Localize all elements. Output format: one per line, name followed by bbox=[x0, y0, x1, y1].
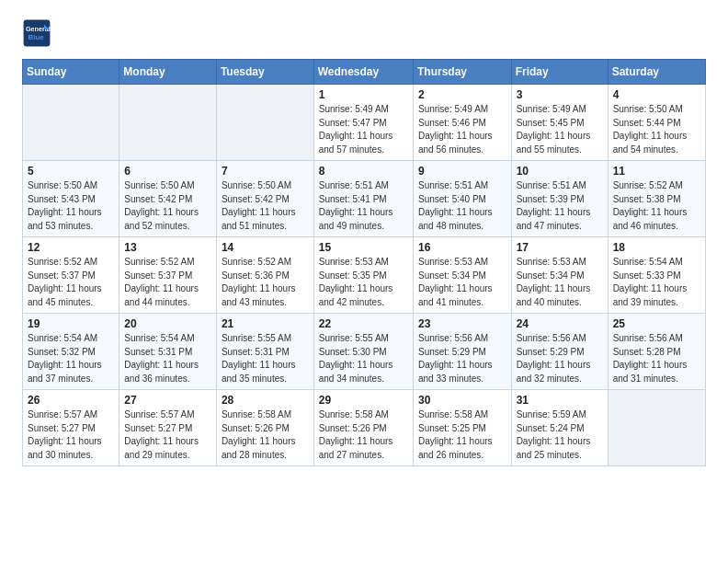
svg-text:General: General bbox=[26, 25, 51, 33]
day-info: Sunrise: 5:51 AM Sunset: 5:40 PM Dayligh… bbox=[418, 179, 506, 233]
day-info: Sunrise: 5:54 AM Sunset: 5:33 PM Dayligh… bbox=[613, 256, 700, 309]
calendar-cell: 21Sunrise: 5:55 AM Sunset: 5:31 PM Dayli… bbox=[216, 314, 313, 390]
day-info: Sunrise: 5:52 AM Sunset: 5:36 PM Dayligh… bbox=[222, 256, 309, 309]
day-info: Sunrise: 5:52 AM Sunset: 5:38 PM Dayligh… bbox=[613, 179, 700, 233]
day-info: Sunrise: 5:59 AM Sunset: 5:24 PM Dayligh… bbox=[517, 408, 603, 462]
day-info: Sunrise: 5:56 AM Sunset: 5:29 PM Dayligh… bbox=[418, 332, 506, 385]
day-info: Sunrise: 5:57 AM Sunset: 5:27 PM Dayligh… bbox=[124, 408, 211, 462]
calendar-cell: 12Sunrise: 5:52 AM Sunset: 5:37 PM Dayli… bbox=[23, 237, 119, 314]
calendar-cell: 31Sunrise: 5:59 AM Sunset: 5:24 PM Dayli… bbox=[511, 390, 608, 466]
weekday-monday: Monday bbox=[119, 60, 217, 85]
day-number: 17 bbox=[517, 241, 603, 254]
calendar-cell: 8Sunrise: 5:51 AM Sunset: 5:41 PM Daylig… bbox=[313, 161, 413, 237]
calendar-cell: 11Sunrise: 5:52 AM Sunset: 5:38 PM Dayli… bbox=[608, 161, 705, 237]
day-number: 23 bbox=[418, 317, 506, 330]
day-number: 12 bbox=[28, 241, 114, 254]
day-info: Sunrise: 5:52 AM Sunset: 5:37 PM Dayligh… bbox=[124, 256, 211, 309]
header: General Blue bbox=[22, 18, 706, 48]
day-number: 8 bbox=[319, 165, 408, 178]
calendar-cell: 16Sunrise: 5:53 AM Sunset: 5:34 PM Dayli… bbox=[413, 237, 511, 314]
day-info: Sunrise: 5:58 AM Sunset: 5:26 PM Dayligh… bbox=[319, 408, 408, 462]
svg-text:Blue: Blue bbox=[28, 33, 44, 41]
calendar-cell: 7Sunrise: 5:50 AM Sunset: 5:42 PM Daylig… bbox=[216, 161, 313, 237]
calendar-cell: 28Sunrise: 5:58 AM Sunset: 5:26 PM Dayli… bbox=[216, 390, 313, 466]
calendar-cell: 29Sunrise: 5:58 AM Sunset: 5:26 PM Dayli… bbox=[313, 390, 413, 466]
day-info: Sunrise: 5:58 AM Sunset: 5:25 PM Dayligh… bbox=[418, 408, 506, 462]
day-info: Sunrise: 5:49 AM Sunset: 5:45 PM Dayligh… bbox=[517, 103, 603, 156]
calendar: SundayMondayTuesdayWednesdayThursdayFrid… bbox=[22, 59, 706, 466]
weekday-header-row: SundayMondayTuesdayWednesdayThursdayFrid… bbox=[23, 60, 706, 85]
day-info: Sunrise: 5:53 AM Sunset: 5:34 PM Dayligh… bbox=[418, 256, 506, 309]
day-info: Sunrise: 5:53 AM Sunset: 5:34 PM Dayligh… bbox=[517, 256, 603, 309]
calendar-cell: 13Sunrise: 5:52 AM Sunset: 5:37 PM Dayli… bbox=[119, 237, 217, 314]
calendar-cell: 24Sunrise: 5:56 AM Sunset: 5:29 PM Dayli… bbox=[511, 314, 608, 390]
day-number: 5 bbox=[28, 165, 114, 178]
calendar-week-1: 5Sunrise: 5:50 AM Sunset: 5:43 PM Daylig… bbox=[23, 161, 706, 237]
calendar-cell: 25Sunrise: 5:56 AM Sunset: 5:28 PM Dayli… bbox=[608, 314, 705, 390]
day-number: 6 bbox=[124, 165, 211, 178]
day-number: 10 bbox=[517, 165, 603, 178]
calendar-week-2: 12Sunrise: 5:52 AM Sunset: 5:37 PM Dayli… bbox=[23, 237, 706, 314]
weekday-friday: Friday bbox=[511, 60, 608, 85]
day-info: Sunrise: 5:50 AM Sunset: 5:43 PM Dayligh… bbox=[28, 179, 114, 233]
day-number: 3 bbox=[517, 88, 603, 101]
calendar-cell: 5Sunrise: 5:50 AM Sunset: 5:43 PM Daylig… bbox=[23, 161, 119, 237]
calendar-cell: 15Sunrise: 5:53 AM Sunset: 5:35 PM Dayli… bbox=[313, 237, 413, 314]
weekday-thursday: Thursday bbox=[413, 60, 511, 85]
calendar-cell bbox=[119, 85, 217, 161]
calendar-cell bbox=[608, 390, 705, 466]
calendar-week-0: 1Sunrise: 5:49 AM Sunset: 5:47 PM Daylig… bbox=[23, 85, 706, 161]
calendar-cell bbox=[216, 85, 313, 161]
day-info: Sunrise: 5:51 AM Sunset: 5:41 PM Dayligh… bbox=[319, 179, 408, 233]
day-info: Sunrise: 5:51 AM Sunset: 5:39 PM Dayligh… bbox=[517, 179, 603, 233]
day-number: 2 bbox=[418, 88, 506, 101]
calendar-cell bbox=[23, 85, 119, 161]
day-number: 13 bbox=[124, 241, 211, 254]
calendar-cell: 27Sunrise: 5:57 AM Sunset: 5:27 PM Dayli… bbox=[119, 390, 217, 466]
calendar-cell: 23Sunrise: 5:56 AM Sunset: 5:29 PM Dayli… bbox=[413, 314, 511, 390]
day-number: 22 bbox=[319, 317, 408, 330]
day-info: Sunrise: 5:50 AM Sunset: 5:42 PM Dayligh… bbox=[222, 179, 309, 233]
day-info: Sunrise: 5:58 AM Sunset: 5:26 PM Dayligh… bbox=[222, 408, 309, 462]
day-number: 31 bbox=[517, 394, 603, 407]
calendar-cell: 30Sunrise: 5:58 AM Sunset: 5:25 PM Dayli… bbox=[413, 390, 511, 466]
day-info: Sunrise: 5:49 AM Sunset: 5:46 PM Dayligh… bbox=[418, 103, 506, 156]
day-info: Sunrise: 5:50 AM Sunset: 5:42 PM Dayligh… bbox=[124, 179, 211, 233]
calendar-cell: 20Sunrise: 5:54 AM Sunset: 5:31 PM Dayli… bbox=[119, 314, 217, 390]
calendar-cell: 9Sunrise: 5:51 AM Sunset: 5:40 PM Daylig… bbox=[413, 161, 511, 237]
day-info: Sunrise: 5:52 AM Sunset: 5:37 PM Dayligh… bbox=[28, 256, 114, 309]
day-number: 24 bbox=[517, 317, 603, 330]
day-number: 30 bbox=[418, 394, 506, 407]
day-info: Sunrise: 5:56 AM Sunset: 5:29 PM Dayligh… bbox=[517, 332, 603, 385]
day-number: 21 bbox=[222, 317, 309, 330]
calendar-cell: 3Sunrise: 5:49 AM Sunset: 5:45 PM Daylig… bbox=[511, 85, 608, 161]
weekday-sunday: Sunday bbox=[23, 60, 119, 85]
day-number: 7 bbox=[222, 165, 309, 178]
calendar-cell: 1Sunrise: 5:49 AM Sunset: 5:47 PM Daylig… bbox=[313, 85, 413, 161]
calendar-cell: 26Sunrise: 5:57 AM Sunset: 5:27 PM Dayli… bbox=[23, 390, 119, 466]
calendar-cell: 10Sunrise: 5:51 AM Sunset: 5:39 PM Dayli… bbox=[511, 161, 608, 237]
day-info: Sunrise: 5:49 AM Sunset: 5:47 PM Dayligh… bbox=[319, 103, 408, 156]
day-info: Sunrise: 5:54 AM Sunset: 5:31 PM Dayligh… bbox=[124, 332, 211, 385]
day-number: 15 bbox=[319, 241, 408, 254]
day-number: 9 bbox=[418, 165, 506, 178]
day-number: 14 bbox=[222, 241, 309, 254]
page: General Blue SundayMondayTuesdayWednesda… bbox=[0, 0, 728, 485]
day-info: Sunrise: 5:55 AM Sunset: 5:31 PM Dayligh… bbox=[222, 332, 309, 385]
day-number: 20 bbox=[124, 317, 211, 330]
day-info: Sunrise: 5:55 AM Sunset: 5:30 PM Dayligh… bbox=[319, 332, 408, 385]
calendar-cell: 18Sunrise: 5:54 AM Sunset: 5:33 PM Dayli… bbox=[608, 237, 705, 314]
day-number: 18 bbox=[613, 241, 700, 254]
day-info: Sunrise: 5:57 AM Sunset: 5:27 PM Dayligh… bbox=[28, 408, 114, 462]
day-number: 11 bbox=[613, 165, 700, 178]
day-number: 25 bbox=[613, 317, 700, 330]
day-number: 4 bbox=[613, 88, 700, 101]
day-info: Sunrise: 5:56 AM Sunset: 5:28 PM Dayligh… bbox=[613, 332, 700, 385]
day-number: 19 bbox=[28, 317, 114, 330]
calendar-cell: 19Sunrise: 5:54 AM Sunset: 5:32 PM Dayli… bbox=[23, 314, 119, 390]
weekday-saturday: Saturday bbox=[608, 60, 705, 85]
logo: General Blue bbox=[22, 18, 51, 48]
day-number: 26 bbox=[28, 394, 114, 407]
day-info: Sunrise: 5:54 AM Sunset: 5:32 PM Dayligh… bbox=[28, 332, 114, 385]
calendar-cell: 2Sunrise: 5:49 AM Sunset: 5:46 PM Daylig… bbox=[413, 85, 511, 161]
